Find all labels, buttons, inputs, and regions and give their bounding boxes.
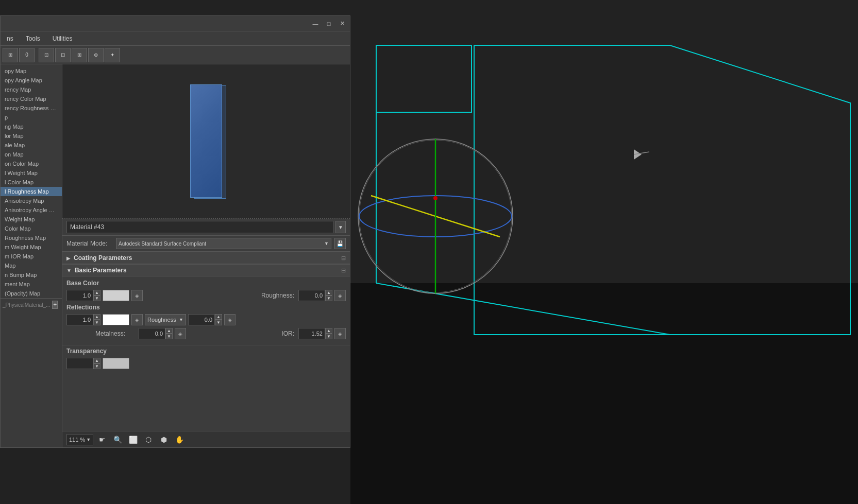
- refl-roughness-value-group: 0.0 ▲ ▼: [188, 314, 222, 325]
- reflections-up[interactable]: ▲: [93, 314, 100, 320]
- material-tool-btn[interactable]: ⬡: [142, 433, 155, 446]
- roughness-up[interactable]: ▲: [325, 290, 332, 296]
- transparency-down[interactable]: ▼: [93, 363, 100, 369]
- toolbar-btn-layout1[interactable]: ⊡: [39, 48, 54, 62]
- property-anisotropy-angle-m[interactable]: Anisotropy Angle M...: [1, 205, 62, 215]
- title-bar-controls: — □ ✕: [312, 20, 346, 27]
- base-color-value[interactable]: 1.0: [66, 290, 93, 301]
- metalness-value-group: 0.0 ▲ ▼: [139, 328, 173, 339]
- property-opacity-map[interactable]: (Opacity) Map: [1, 289, 62, 298]
- ior-spinners: ▲ ▼: [325, 328, 332, 339]
- property-on-map[interactable]: on Map: [1, 150, 62, 159]
- property-color-map[interactable]: Color Map: [1, 224, 62, 233]
- property-rency-color-map[interactable]: rency Color Map: [1, 94, 62, 103]
- close-button[interactable]: ✕: [339, 20, 346, 27]
- property-opy-map[interactable]: opy Map: [1, 66, 62, 76]
- reflections-map-btn[interactable]: ◈: [131, 314, 143, 325]
- ior-value-group: 1.52 ▲ ▼: [298, 328, 332, 339]
- transparency-swatch[interactable]: [103, 358, 129, 369]
- property-l-roughness-map[interactable]: l Roughness Map: [1, 187, 62, 196]
- property-l-color-map[interactable]: l Color Map: [1, 178, 62, 187]
- base-color-up[interactable]: ▲: [93, 290, 100, 296]
- roughness-value[interactable]: 0.0: [298, 290, 325, 301]
- metalness-label: Metalness:: [95, 330, 137, 337]
- pan-tool-btn[interactable]: ☛: [95, 433, 109, 446]
- toolbar-btn-expand[interactable]: ⊞: [72, 48, 87, 62]
- select-tool-btn[interactable]: ⬢: [157, 433, 171, 446]
- material-dropdown-btn[interactable]: ▼: [335, 221, 346, 233]
- property-l-weight-map[interactable]: l Weight Map: [1, 168, 62, 178]
- transparency-row: ▲ ▼: [66, 358, 346, 369]
- property-anisotropy-map[interactable]: Anisotropy Map: [1, 196, 62, 205]
- transparency-up[interactable]: ▲: [93, 358, 100, 363]
- refl-roughness-spinners: ▲ ▼: [215, 314, 222, 325]
- reflections-down[interactable]: ▼: [93, 320, 100, 325]
- property-lor-map[interactable]: lor Map: [1, 131, 62, 141]
- property-ng-map[interactable]: ng Map: [1, 122, 62, 131]
- basic-arrow: ▼: [66, 268, 72, 273]
- metalness-value[interactable]: 0.0: [139, 328, 165, 339]
- metalness-map-btn[interactable]: ◈: [175, 328, 186, 339]
- ior-value[interactable]: 1.52: [298, 328, 325, 339]
- reflections-value[interactable]: 1.0: [66, 314, 93, 325]
- reflections-spinners: ▲ ▼: [93, 314, 100, 325]
- roughness-type-dropdown[interactable]: Roughness ▼: [145, 314, 186, 325]
- base-color-label: Base Color: [66, 280, 346, 287]
- menu-ns[interactable]: ns: [3, 34, 18, 43]
- toolbar-btn-layout2[interactable]: ⊡: [55, 48, 71, 62]
- ior-map-btn[interactable]: ◈: [334, 328, 346, 339]
- property-m-weight-map[interactable]: m Weight Map: [1, 242, 62, 252]
- property-rency-roughness-m[interactable]: rency Roughness M...: [1, 103, 62, 113]
- transparency-value[interactable]: [66, 358, 93, 369]
- property-ment-map[interactable]: ment Map: [1, 280, 62, 289]
- mode-dropdown[interactable]: Autodesk Standard Surface Compliant ▼: [116, 238, 331, 249]
- roughness-down[interactable]: ▼: [325, 296, 332, 301]
- property-map[interactable]: Map: [1, 261, 62, 270]
- roughness-type-label: Roughness: [147, 317, 176, 323]
- frame-tool-btn[interactable]: ⬜: [126, 433, 140, 446]
- property-weight-map[interactable]: Weight Map: [1, 215, 62, 224]
- ior-up[interactable]: ▲: [325, 328, 332, 334]
- svg-point-11: [433, 196, 438, 200]
- roughness-map-btn[interactable]: ◈: [334, 290, 346, 301]
- property-rency-map[interactable]: rency Map: [1, 85, 62, 94]
- toolbar-btn-star[interactable]: ✦: [105, 48, 120, 62]
- transparency-label: Transparency: [66, 347, 346, 355]
- property-n-bump-map[interactable]: n Bump Map: [1, 270, 62, 280]
- zoom-tool-btn[interactable]: 🔍: [111, 433, 124, 446]
- mode-save-btn[interactable]: 💾: [334, 238, 346, 249]
- metalness-down[interactable]: ▼: [165, 334, 173, 339]
- property-on-color-map[interactable]: on Color Map: [1, 159, 62, 168]
- menu-utilities[interactable]: Utilities: [48, 34, 77, 43]
- zoom-display[interactable]: 111 % ▼: [66, 434, 93, 445]
- property-ale-map[interactable]: ale Map: [1, 141, 62, 150]
- ior-down[interactable]: ▼: [325, 334, 332, 339]
- property-p[interactable]: p: [1, 113, 62, 122]
- base-color-swatch[interactable]: [103, 290, 129, 301]
- toolbar-btn-zero[interactable]: 0: [19, 48, 35, 62]
- property-opy-angle-map[interactable]: opy Angle Map: [1, 76, 62, 85]
- property-roughness-map[interactable]: Roughness Map: [1, 233, 62, 242]
- add-property-button[interactable]: +: [52, 301, 58, 309]
- preview-shape: [190, 84, 222, 198]
- minimize-button[interactable]: —: [312, 20, 319, 27]
- refl-roughness-map-btn[interactable]: ◈: [224, 314, 235, 325]
- hand-tool-btn[interactable]: ✋: [173, 433, 186, 446]
- basic-section-header[interactable]: ▼ Basic Parameters ⊟: [62, 264, 350, 276]
- menu-tools[interactable]: Tools: [22, 34, 44, 43]
- material-name[interactable]: Material #43: [66, 221, 333, 233]
- base-color-map-btn[interactable]: ◈: [131, 290, 143, 301]
- base-color-down[interactable]: ▼: [93, 296, 100, 301]
- refl-roughness-down[interactable]: ▼: [215, 320, 222, 325]
- coating-section-header[interactable]: ▶ Coating Parameters ⊟: [62, 252, 350, 264]
- reflections-swatch[interactable]: [103, 314, 129, 325]
- roughness-spinners: ▲ ▼: [325, 290, 332, 301]
- toolbar-btn-target[interactable]: ⊕: [88, 48, 104, 62]
- toolbar-btn-grid[interactable]: ⊞: [3, 48, 18, 62]
- metalness-up[interactable]: ▲: [165, 328, 173, 334]
- refl-roughness-value[interactable]: 0.0: [188, 314, 215, 325]
- refl-roughness-up[interactable]: ▲: [215, 314, 222, 320]
- maximize-button[interactable]: □: [325, 20, 332, 27]
- property-m-ior-map[interactable]: m IOR Map: [1, 252, 62, 261]
- coating-arrow: ▶: [66, 255, 71, 261]
